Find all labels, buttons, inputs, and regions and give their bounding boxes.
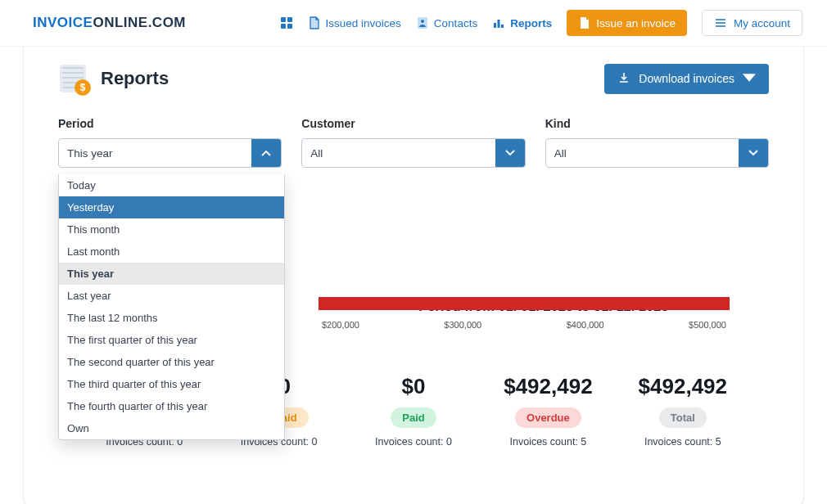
period-option[interactable]: Today bbox=[59, 174, 284, 196]
kind-select[interactable]: All bbox=[545, 138, 769, 168]
brand-part1: INVOICE bbox=[33, 15, 93, 30]
nav-issued-label: Issued invoices bbox=[326, 17, 401, 29]
svg-rect-0 bbox=[281, 17, 286, 22]
filter-period: Period This year TodayYesterdayThis mont… bbox=[58, 117, 282, 168]
contact-icon bbox=[416, 16, 429, 29]
customer-select[interactable]: All bbox=[301, 138, 525, 168]
period-option[interactable]: The fourth quarter of this year bbox=[59, 395, 284, 417]
issue-invoice-label: Issue an invoice bbox=[596, 17, 676, 29]
nav-issued-invoices[interactable]: Issued invoices bbox=[308, 16, 401, 29]
svg-rect-8 bbox=[501, 25, 504, 28]
svg-rect-7 bbox=[498, 20, 500, 28]
chart-icon bbox=[492, 16, 505, 29]
my-account-button[interactable]: My account bbox=[702, 10, 802, 36]
top-navbar: INVOICEONLINE.COM Issued invoices Contac… bbox=[0, 0, 827, 47]
filters-row: Period This year TodayYesterdayThis mont… bbox=[58, 117, 769, 168]
summary-amount: $0 bbox=[350, 374, 477, 399]
chart-tick: $300,000 bbox=[444, 320, 481, 330]
period-option[interactable]: The third quarter of this year bbox=[59, 373, 284, 395]
reports-page-icon: $ bbox=[58, 63, 89, 94]
download-icon bbox=[617, 71, 630, 87]
svg-point-5 bbox=[421, 20, 424, 23]
svg-rect-3 bbox=[287, 24, 292, 29]
chart-tick: $200,000 bbox=[322, 320, 359, 330]
page-container: $ Reports Download invoices Period This … bbox=[23, 47, 804, 504]
filter-customer: Customer All bbox=[301, 117, 525, 168]
caret-down-icon bbox=[743, 71, 756, 87]
svg-rect-2 bbox=[281, 24, 286, 29]
chart-tick: $400,000 bbox=[567, 320, 604, 330]
chart-x-axis: $200,000$300,000$400,000$500,000 bbox=[319, 320, 730, 330]
period-option[interactable]: This month bbox=[59, 218, 284, 241]
dashboard-icon[interactable] bbox=[280, 16, 293, 29]
title-row: $ Reports Download invoices bbox=[58, 63, 769, 94]
summary-card: $492,492TotalInvoices count: 5 bbox=[620, 374, 746, 448]
summary-amount: $492,492 bbox=[485, 374, 611, 399]
svg-rect-6 bbox=[494, 23, 496, 28]
filter-kind: Kind All bbox=[545, 117, 769, 168]
chart-bar-overdue bbox=[319, 297, 730, 310]
brand-logo[interactable]: INVOICEONLINE.COM bbox=[33, 15, 186, 31]
nav-reports-label: Reports bbox=[510, 17, 552, 29]
period-select[interactable]: This year bbox=[58, 138, 282, 168]
chart-tick: $500,000 bbox=[689, 320, 726, 330]
period-option[interactable]: This year bbox=[59, 263, 284, 285]
download-invoices-label: Download invoices bbox=[639, 72, 734, 85]
chart-area: $200,000$300,000$400,000$500,000 bbox=[319, 297, 730, 330]
period-dropdown[interactable]: TodayYesterdayThis monthLast monthThis y… bbox=[58, 174, 285, 440]
chevron-up-icon bbox=[251, 139, 281, 167]
file-icon bbox=[308, 16, 321, 29]
summary-count: Invoices count: 0 bbox=[350, 436, 477, 448]
period-option[interactable]: The last 12 months bbox=[59, 307, 284, 329]
period-option[interactable]: Own bbox=[59, 417, 284, 439]
chevron-down-icon bbox=[495, 139, 525, 167]
new-file-icon bbox=[578, 16, 591, 29]
svg-rect-1 bbox=[287, 17, 292, 22]
summary-card: $0PaidInvoices count: 0 bbox=[350, 374, 477, 448]
summary-amount: $492,492 bbox=[620, 374, 746, 399]
summary-badge: Total bbox=[659, 407, 707, 428]
filter-period-label: Period bbox=[58, 117, 282, 130]
period-select-value: This year bbox=[59, 139, 251, 167]
chevron-down-icon bbox=[739, 139, 768, 167]
summary-badge: Overdue bbox=[515, 407, 581, 428]
filter-kind-label: Kind bbox=[545, 117, 769, 130]
summary-card: $492,492OverdueInvoices count: 5 bbox=[485, 374, 611, 448]
menu-icon bbox=[714, 16, 727, 29]
nav-contacts[interactable]: Contacts bbox=[416, 16, 477, 29]
period-option[interactable]: The second quarter of this year bbox=[59, 351, 284, 373]
brand-part2: ONLINE.COM bbox=[93, 15, 186, 30]
summary-count: Invoices count: 5 bbox=[485, 436, 611, 448]
kind-select-value: All bbox=[546, 139, 739, 167]
summary-count: Invoices count: 5 bbox=[620, 436, 746, 448]
period-option[interactable]: Yesterday bbox=[59, 196, 284, 218]
customer-select-value: All bbox=[302, 139, 495, 167]
nav-contacts-label: Contacts bbox=[434, 17, 477, 29]
issue-invoice-button[interactable]: Issue an invoice bbox=[567, 10, 687, 36]
period-option[interactable]: Last month bbox=[59, 241, 284, 263]
period-option[interactable]: Last year bbox=[59, 285, 284, 307]
download-invoices-button[interactable]: Download invoices bbox=[604, 64, 769, 94]
filter-customer-label: Customer bbox=[301, 117, 525, 130]
my-account-label: My account bbox=[734, 17, 790, 29]
nav-reports[interactable]: Reports bbox=[492, 16, 552, 29]
nav-links: Issued invoices Contacts Reports Issue a… bbox=[280, 10, 802, 36]
period-option[interactable]: The first quarter of this year bbox=[59, 329, 284, 351]
summary-badge: Paid bbox=[391, 407, 436, 428]
page-title: Reports bbox=[101, 68, 169, 89]
